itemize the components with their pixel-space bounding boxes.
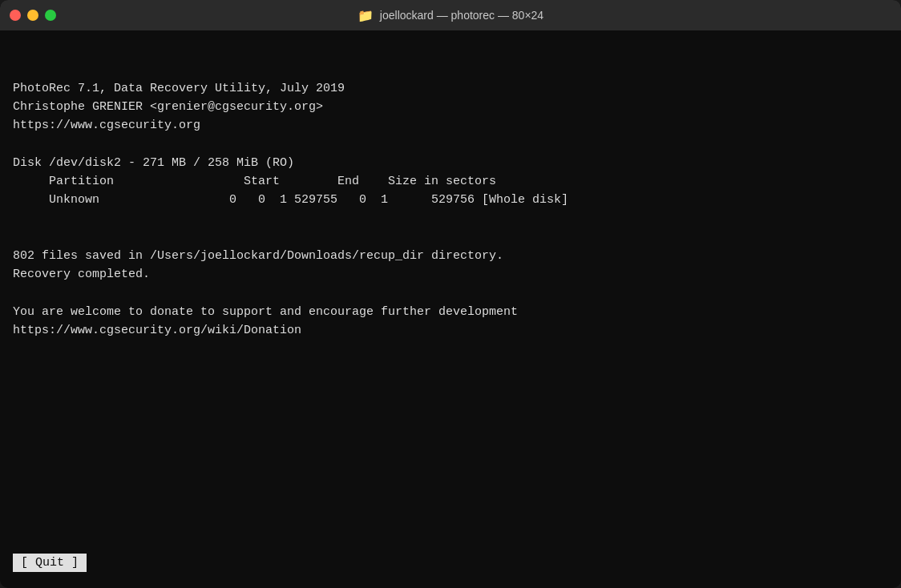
folder-icon: 📁 (358, 8, 374, 23)
terminal-line: Unknown 0 0 1 529755 0 1 529756 [Whole d… (13, 191, 888, 209)
maximize-button[interactable] (45, 10, 56, 21)
close-button[interactable] (10, 10, 21, 21)
terminal-output: PhotoRec 7.1, Data Recovery Utility, Jul… (13, 79, 888, 340)
terminal-line (13, 228, 888, 247)
titlebar: 📁 joellockard — photorec — 80×24 (0, 0, 901, 30)
terminal-line (13, 135, 888, 153)
terminal-window: 📁 joellockard — photorec — 80×24 PhotoRe… (0, 0, 901, 588)
terminal-line: https://www.cgsecurity.org (13, 116, 888, 135)
terminal-line (13, 284, 888, 302)
terminal-line: PhotoRec 7.1, Data Recovery Utility, Jul… (13, 79, 888, 98)
minimize-button[interactable] (27, 10, 38, 21)
terminal-line: https://www.cgsecurity.org/wiki/Donation (13, 321, 888, 340)
terminal-line: Christophe GRENIER <grenier@cgsecurity.o… (13, 98, 888, 116)
terminal-line: 802 files saved in /Users/joellockard/Do… (13, 247, 888, 265)
terminal-line (13, 209, 888, 228)
window-title-area: 📁 joellockard — photorec — 80×24 (358, 8, 543, 23)
terminal-line: You are welcome to donate to support and… (13, 303, 888, 321)
terminal-body: PhotoRec 7.1, Data Recovery Utility, Jul… (0, 30, 901, 588)
terminal-line: Recovery completed. (13, 265, 888, 284)
quit-button[interactable]: [ Quit ] (13, 554, 87, 572)
terminal-line: Partition Start End Size in sectors (13, 172, 888, 191)
traffic-lights (10, 10, 56, 21)
window-title: joellockard — photorec — 80×24 (380, 9, 543, 22)
terminal-line: Disk /dev/disk2 - 271 MB / 258 MiB (RO) (13, 154, 888, 172)
